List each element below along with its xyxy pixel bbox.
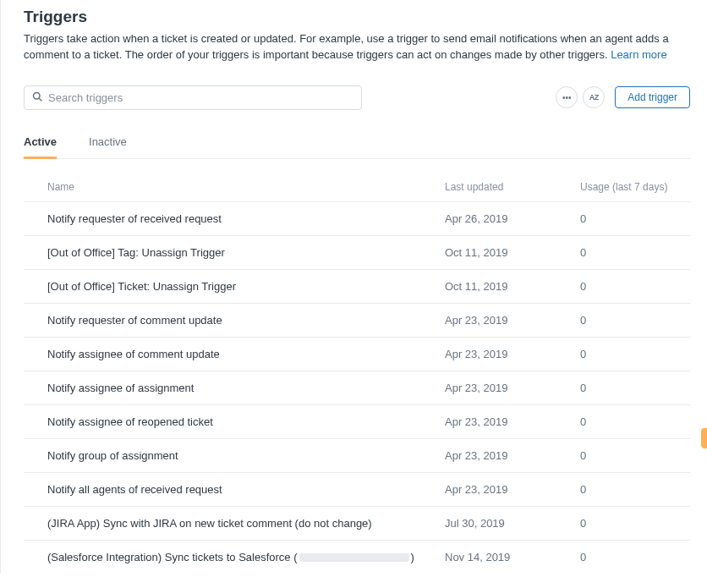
table-row[interactable]: [Out of Office] Tag: Unassign TriggerOct… (24, 235, 690, 269)
trigger-usage: 0 (580, 551, 690, 563)
page-title: Triggers (24, 8, 690, 26)
trigger-updated: Apr 23, 2019 (445, 483, 580, 496)
trigger-name: Notify assignee of assignment (47, 382, 445, 394)
trigger-usage: 0 (580, 314, 690, 327)
trigger-name: [Out of Office] Tag: Unassign Trigger (47, 246, 445, 259)
search-input[interactable] (24, 85, 362, 110)
trigger-name: Notify assignee of comment update (47, 348, 445, 360)
trigger-name: Notify group of assignment (47, 449, 445, 462)
ellipsis-icon: ••• (562, 93, 572, 102)
table-row[interactable]: Notify requester of comment updateApr 23… (24, 303, 690, 337)
trigger-name: Notify requester of received request (47, 212, 445, 225)
table-row[interactable]: Notify all agents of received requestApr… (24, 472, 690, 506)
table-row[interactable]: [Out of Office] Ticket: Unassign Trigger… (24, 269, 690, 303)
scroll-indicator (701, 428, 707, 448)
table-header: Name Last updated Usage (last 7 days) (24, 181, 690, 201)
trigger-usage: 0 (580, 212, 690, 225)
trigger-usage: 0 (580, 415, 690, 428)
table-row[interactable]: (Salesforce Integration) Sync tickets to… (24, 540, 690, 574)
search-field (24, 85, 362, 110)
trigger-name: Notify all agents of received request (47, 483, 445, 496)
table-row[interactable]: (JIRA App) Sync with JIRA on new ticket … (24, 506, 690, 540)
tab-inactive[interactable]: Inactive (89, 135, 127, 158)
trigger-name: [Out of Office] Ticket: Unassign Trigger (47, 280, 445, 293)
table-row[interactable]: Notify assignee of reopened ticketApr 23… (24, 404, 690, 438)
trigger-updated: Apr 23, 2019 (445, 415, 580, 428)
table-row[interactable]: Notify requester of received requestApr … (24, 201, 690, 235)
trigger-name: (JIRA App) Sync with JIRA on new ticket … (47, 517, 445, 530)
col-updated[interactable]: Last updated (445, 181, 580, 193)
trigger-usage: 0 (580, 517, 690, 530)
table-row[interactable]: Notify group of assignmentApr 23, 20190 (24, 438, 690, 472)
trigger-updated: Apr 23, 2019 (445, 449, 580, 462)
page-description: Triggers take action when a ticket is cr… (24, 31, 683, 63)
trigger-usage: 0 (580, 449, 690, 462)
trigger-name: (Salesforce Integration) Sync tickets to… (47, 551, 445, 563)
trigger-name: Notify assignee of reopened ticket (47, 415, 445, 428)
col-usage[interactable]: Usage (last 7 days) (580, 181, 690, 193)
tab-active[interactable]: Active (24, 135, 57, 159)
trigger-usage: 0 (580, 246, 690, 259)
triggers-table: Name Last updated Usage (last 7 days) No… (24, 181, 690, 574)
trigger-updated: Apr 23, 2019 (445, 382, 580, 394)
trigger-usage: 0 (580, 483, 690, 496)
tabs: Active Inactive (24, 135, 690, 159)
redacted-text (299, 553, 409, 562)
trigger-updated: Apr 23, 2019 (445, 314, 580, 327)
trigger-usage: 0 (580, 382, 690, 394)
trigger-updated: Oct 11, 2019 (445, 280, 580, 293)
description-text: Triggers take action when a ticket is cr… (24, 32, 669, 61)
trigger-updated: Apr 23, 2019 (445, 348, 580, 360)
trigger-usage: 0 (580, 348, 690, 360)
table-row[interactable]: Notify assignee of comment updateApr 23,… (24, 337, 690, 371)
more-options-button[interactable]: ••• (556, 86, 578, 108)
trigger-updated: Oct 11, 2019 (445, 246, 580, 259)
col-name[interactable]: Name (47, 181, 445, 193)
add-trigger-button[interactable]: Add trigger (615, 86, 690, 108)
sort-button[interactable]: AZ (583, 86, 605, 108)
trigger-updated: Jul 30, 2019 (445, 517, 580, 530)
trigger-name: Notify requester of comment update (47, 314, 445, 327)
trigger-updated: Nov 14, 2019 (445, 551, 580, 563)
sort-az-icon: AZ (589, 93, 599, 102)
trigger-updated: Apr 26, 2019 (445, 212, 580, 225)
trigger-usage: 0 (580, 280, 690, 293)
learn-more-link[interactable]: Learn more (611, 48, 666, 61)
table-row[interactable]: Notify assignee of assignmentApr 23, 201… (24, 371, 690, 404)
